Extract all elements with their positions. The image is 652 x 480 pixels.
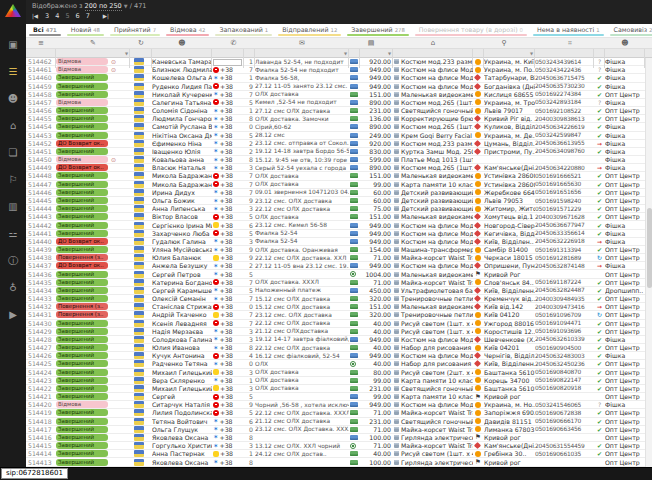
status-badge[interactable]: Відмова	[56, 156, 108, 163]
order-row[interactable]: 514456ЗавершенийСоломія Сідоніна✶+38127.…	[26, 107, 645, 115]
tab-status-filter[interactable]: Самовивіз2	[607, 24, 652, 37]
page-3[interactable]: 3	[45, 12, 49, 20]
status-badge[interactable]: Завершений	[56, 385, 108, 392]
scrollbar-thumb[interactable]	[647, 208, 652, 288]
status-badge[interactable]: Завершений	[56, 91, 108, 98]
status-badge[interactable]: Завершений	[56, 271, 108, 278]
order-row[interactable]: 514423ЗавершенийВера Скляренко✶+381ОЛХ д…	[26, 377, 645, 385]
order-row[interactable]: 514443ЗавершенийВіктор Власов+385ОЛХ дос…	[26, 213, 645, 221]
column-phone-icon[interactable]: ✆	[212, 38, 255, 48]
status-badge[interactable]: Завершений	[56, 197, 108, 204]
office-icon[interactable]: ⌂	[0, 112, 26, 139]
order-row[interactable]: 514428ЗавершенийСолодкова Галина В..✶+38…	[26, 336, 645, 344]
status-badge[interactable]: Завершений	[56, 246, 108, 253]
order-row[interactable]: 514442ЗавершенийСергієнко Ірина Ми..+386…	[26, 221, 645, 229]
order-row[interactable]: 514427ЗавершенийЮлия Иванова✶+38822.12 с…	[26, 344, 645, 352]
order-row[interactable]: 514455ЗавершенийЛюдмила Гончарова✶+388ОЛ…	[26, 115, 645, 123]
order-row[interactable]: 514460ЗавершенийКошелева Ольга Ар..✶+381…	[26, 74, 645, 82]
order-row[interactable]: 514421ЗавершенийСергей+38599.00Карта пам…	[26, 393, 645, 401]
order-row[interactable]: 514414ЗавершенийАнна Пастернак+38124.12 …	[26, 450, 645, 458]
order-row[interactable]: 514448ЗавершенийМикола Бадражан+387ОЛХ д…	[26, 172, 645, 180]
tab-status-filter[interactable]: Новий48	[64, 24, 107, 37]
status-badge[interactable]: Завершений	[56, 287, 108, 294]
order-row[interactable]: 514415ЗавершенийГоргулько Христина..✶+38…	[26, 442, 645, 450]
filter-cell[interactable]: ▼	[484, 49, 535, 68]
status-badge[interactable]: ДО Возврат ок..	[56, 238, 108, 245]
filter-cell[interactable]	[152, 49, 212, 68]
order-row[interactable]: 514454ЗавершенийСамотій Руслана Во..✶+38…	[26, 123, 645, 131]
status-badge[interactable]: Завершений	[56, 320, 108, 327]
settings-icon[interactable]: ⚍	[0, 220, 26, 247]
tab-status-filter[interactable]: Запакований1	[212, 24, 275, 37]
column-delivery-icon[interactable]: ⚲	[473, 38, 535, 48]
refuse-reason-icon[interactable]: ⊙	[111, 156, 116, 163]
filter-cell[interactable]: ▼	[255, 49, 349, 68]
order-row[interactable]: 514441ЗавершенийЗахарченко Люба+385Фиалк…	[26, 230, 645, 238]
order-row[interactable]: 514457ВідмоваСалегина Татьяна С..+385Кем…	[26, 99, 645, 107]
status-badge[interactable]: Завершений	[56, 222, 108, 229]
order-row[interactable]: 514452ДО Возврат ок..Єфименко Ніна✶+3822…	[26, 140, 645, 148]
customers-icon[interactable]: ☻	[0, 85, 26, 112]
filter-dropdown-icon[interactable]: ▼	[388, 51, 391, 56]
status-badge[interactable]: Відмова	[56, 99, 108, 106]
order-row[interactable]: 514429ЗавершенийНадія Мерзаєва✶+38321.12…	[26, 328, 645, 336]
tab-status-filter[interactable]: Відправлений12	[275, 24, 344, 37]
status-badge[interactable]: Завершений	[56, 132, 108, 139]
status-badge[interactable]: Завершений	[56, 148, 108, 155]
order-row[interactable]: 514437ДО Возврат ок..Анжела Безушку✶+382…	[26, 262, 645, 270]
order-row[interactable]: 514450Відмова⊙Ковальова анна✶+38815.12. …	[26, 156, 645, 164]
dashboard-icon[interactable]: ▣	[0, 31, 26, 58]
status-badge[interactable]: Відмова	[56, 401, 108, 408]
status-badge[interactable]: Завершений	[56, 393, 108, 400]
filter-cell[interactable]	[605, 49, 645, 68]
order-row[interactable]: 514449ДО Возврат ок..Власюк Наталья✶+383…	[26, 164, 645, 172]
filter-dropdown-icon[interactable]: ▼	[344, 51, 347, 56]
status-badge[interactable]: Завершений	[56, 205, 108, 212]
filter-cell[interactable]	[473, 49, 484, 68]
status-badge[interactable]: Завершений	[56, 369, 108, 376]
status-badge[interactable]: Завершений	[56, 189, 108, 196]
status-badge[interactable]: Завершений	[56, 426, 108, 433]
order-row[interactable]: 514424ЗавершенийМихаил Гилецький+383ОЛХ …	[26, 369, 645, 377]
status-badge[interactable]: Завершений	[56, 418, 108, 425]
order-row[interactable]: 514439ЗавершенийУляна Мусійовська✶+389ОЛ…	[26, 246, 645, 254]
filter-dropdown-icon[interactable]: ▼	[530, 51, 533, 56]
tab-status-filter[interactable]: Нема в наявності1	[530, 24, 607, 37]
order-row[interactable]: 514453ЗавершенийНікітіна Оксана Дми..✶+3…	[26, 132, 645, 140]
order-row[interactable]: 514419ЗавершенийЛилия Подолинская+38522.…	[26, 409, 645, 417]
status-badge[interactable]: ДО Возврат ок..	[56, 262, 108, 269]
order-row[interactable]: 514444ЗавершенийАнна Липенська✶+38322.12…	[26, 205, 645, 213]
column-comment-icon[interactable]: ✉	[255, 38, 349, 48]
filter-cell[interactable]	[130, 49, 152, 68]
status-badge[interactable]: Завершений	[56, 115, 108, 122]
column-customer-icon[interactable]: ☻	[152, 38, 212, 48]
phone-filter-input[interactable]	[213, 59, 242, 66]
status-badge[interactable]: ДО Возврат ок..	[56, 140, 108, 147]
order-row[interactable]: 514417ЗавершенийОльга Глущук✶+38023.12 с…	[26, 426, 645, 434]
purchases-icon[interactable]: ❏	[0, 139, 26, 166]
order-row[interactable]: 514431Повернення (з..Андрій Ткаченко+387…	[26, 311, 645, 319]
order-row[interactable]: 514426ЗавершенийКучук Антонина+38416.12 …	[26, 352, 645, 360]
orders-icon[interactable]: ☰	[0, 58, 26, 85]
status-badge[interactable]: Завершений	[56, 295, 108, 302]
app-logo-icon[interactable]	[5, 4, 21, 17]
status-badge[interactable]: Завершений	[56, 74, 108, 81]
order-row[interactable]: 514425ЗавершенийРадченко Тетяна✶+380ОЛХ4…	[26, 360, 645, 368]
vertical-scrollbar[interactable]	[645, 58, 652, 480]
tab-status-filter[interactable]: Повернення товару (в дорозі)0	[412, 24, 530, 37]
column-order-id-icon[interactable]: ≡	[26, 38, 56, 48]
status-badge[interactable]: Завершений	[56, 377, 108, 384]
status-badge[interactable]: Повернення (з..	[56, 254, 108, 261]
order-row[interactable]: 514447ЗавершенийМикола Бадражан+387ОЛХ д…	[26, 181, 645, 189]
column-product-icon[interactable]: ⌂	[393, 38, 473, 48]
column-payment-icon[interactable]: ▤	[349, 38, 393, 48]
status-badge[interactable]: Завершений	[56, 459, 108, 466]
status-badge[interactable]: Завершений	[56, 181, 108, 188]
status-badge[interactable]: Завершений	[56, 344, 108, 351]
status-badge[interactable]: Завершений	[56, 336, 108, 343]
tab-status-filter[interactable]: Відмова42	[163, 24, 212, 37]
last-page-icon[interactable]: ▶|	[103, 12, 109, 21]
order-row[interactable]: 514434ЗавершенийСергей Карамышев✶+385Нал…	[26, 287, 645, 295]
page-6[interactable]: 6	[76, 12, 80, 20]
order-row[interactable]: 514436ЗавершенийСергей Петров✶+3851004.0…	[26, 270, 645, 278]
